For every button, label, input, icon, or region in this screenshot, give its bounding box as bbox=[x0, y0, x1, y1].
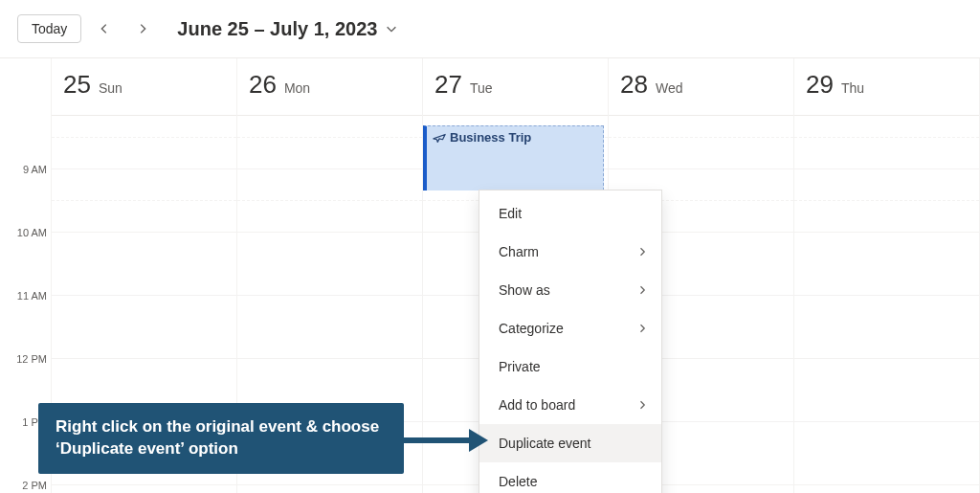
menu-item-label: Charm bbox=[499, 244, 539, 259]
chevron-down-icon bbox=[385, 22, 398, 35]
next-week-button[interactable] bbox=[127, 13, 158, 44]
day-header: 26 Mon bbox=[237, 58, 422, 116]
prev-week-button[interactable] bbox=[89, 13, 120, 44]
today-button[interactable]: Today bbox=[17, 14, 81, 43]
day-header: 28 Wed bbox=[609, 58, 793, 116]
menu-item-label: Add to board bbox=[499, 397, 575, 413]
day-of-week: Thu bbox=[841, 80, 864, 96]
menu-item-label: Duplicate event bbox=[499, 436, 591, 451]
chevron-right-icon bbox=[136, 22, 149, 35]
menu-item-delete[interactable]: Delete bbox=[479, 462, 661, 493]
date-range-text: June 25 – July 1, 2023 bbox=[177, 18, 377, 40]
chevron-right-icon bbox=[636, 323, 648, 334]
day-of-week: Mon bbox=[284, 80, 310, 96]
event-context-menu: Edit Charm Show as Categorize Private Ad… bbox=[479, 190, 662, 493]
day-column-thu[interactable]: 29 Thu bbox=[794, 58, 980, 493]
menu-item-label: Edit bbox=[499, 206, 522, 221]
annotation-callout: Right click on the original event & choo… bbox=[38, 403, 404, 474]
event-title: Business Trip bbox=[450, 130, 531, 145]
airplane-icon bbox=[433, 131, 446, 145]
grid-lines bbox=[794, 116, 979, 493]
menu-item-show-as[interactable]: Show as bbox=[479, 271, 661, 309]
day-of-week: Sun bbox=[99, 80, 122, 96]
svg-marker-1 bbox=[469, 429, 488, 452]
hour-label: 10 AM bbox=[17, 227, 47, 238]
day-of-week: Wed bbox=[656, 80, 683, 96]
arrow-right-icon bbox=[404, 427, 488, 454]
menu-item-label: Show as bbox=[499, 282, 550, 298]
menu-item-label: Delete bbox=[499, 474, 537, 489]
menu-item-categorize[interactable]: Categorize bbox=[479, 309, 661, 347]
calendar-event[interactable]: Business Trip bbox=[423, 125, 604, 190]
day-header: 25 Sun bbox=[52, 58, 236, 116]
menu-item-label: Private bbox=[499, 359, 541, 374]
day-of-week: Tue bbox=[470, 80, 493, 96]
day-header: 29 Thu bbox=[794, 58, 979, 116]
day-number: 27 bbox=[434, 70, 462, 100]
menu-item-private[interactable]: Private bbox=[479, 347, 661, 386]
calendar-toolbar: Today June 25 – July 1, 2023 bbox=[0, 0, 980, 57]
hour-label: 9 AM bbox=[23, 164, 47, 175]
chevron-right-icon bbox=[636, 246, 648, 258]
date-range-picker[interactable]: June 25 – July 1, 2023 bbox=[177, 18, 398, 40]
chevron-right-icon bbox=[636, 399, 648, 411]
menu-item-add-to-board[interactable]: Add to board bbox=[479, 386, 661, 424]
menu-item-edit[interactable]: Edit bbox=[479, 194, 661, 233]
menu-item-duplicate-event[interactable]: Duplicate event bbox=[479, 424, 661, 462]
day-number: 29 bbox=[806, 70, 834, 100]
menu-item-label: Categorize bbox=[499, 321, 564, 336]
day-number: 28 bbox=[620, 70, 648, 100]
hour-label: 2 PM bbox=[22, 480, 47, 491]
day-number: 26 bbox=[249, 70, 277, 100]
day-header: 27 Tue bbox=[423, 58, 608, 116]
hour-label: 11 AM bbox=[17, 290, 47, 302]
hour-label: 12 PM bbox=[16, 353, 47, 365]
day-number: 25 bbox=[63, 70, 91, 100]
chevron-right-icon bbox=[636, 284, 648, 296]
chevron-left-icon bbox=[98, 22, 111, 35]
annotation-arrow bbox=[404, 427, 488, 454]
menu-item-charm[interactable]: Charm bbox=[479, 233, 661, 271]
